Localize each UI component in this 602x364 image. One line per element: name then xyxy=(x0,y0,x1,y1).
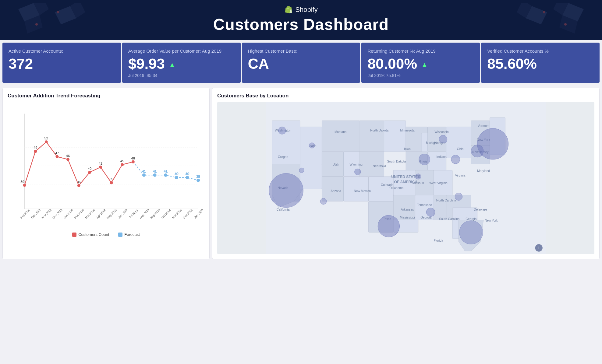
svg-text:Dec 2019: Dec 2019 xyxy=(182,208,193,219)
kpi-avg-label: Average Order Value per Customer: Aug 20… xyxy=(128,48,235,54)
brand-name: Shopify xyxy=(295,6,317,14)
kpi-active-value: 372 xyxy=(9,56,115,72)
svg-point-165 xyxy=(320,198,326,205)
svg-text:California: California xyxy=(276,208,289,211)
svg-text:South Dakota: South Dakota xyxy=(387,160,406,163)
chart-svg: 39 49 52 47 46 36 40 42 39 45 46 41 41 4… xyxy=(8,102,204,230)
chart-panel: Customer Addition Trend Forecasting 39 xyxy=(2,88,210,259)
svg-text:Mississippi: Mississippi xyxy=(400,216,415,219)
page-header: Shopify Customers Dashboard xyxy=(0,0,602,40)
svg-point-150 xyxy=(269,173,303,208)
svg-point-50 xyxy=(186,176,189,179)
svg-text:Jul 2019: Jul 2019 xyxy=(128,209,138,219)
chart-title: Customer Addition Trend Forecasting xyxy=(8,93,204,99)
kpi-returning-value: 80.00% ▲ xyxy=(367,56,474,72)
svg-text:Indiana: Indiana xyxy=(437,155,447,159)
svg-text:Arkansas: Arkansas xyxy=(401,208,414,211)
brand-row: Shopify xyxy=(12,5,590,14)
svg-text:42: 42 xyxy=(99,162,102,165)
svg-point-163 xyxy=(299,168,304,173)
kpi-avg-arrow-icon: ▲ xyxy=(169,61,175,68)
svg-text:46: 46 xyxy=(131,156,135,160)
svg-point-48 xyxy=(175,176,178,179)
svg-text:49: 49 xyxy=(34,146,37,150)
kpi-verified: Verified Customer Accounts % 85.60% xyxy=(481,43,600,83)
legend-forecast: Forecast xyxy=(118,232,140,237)
svg-point-164 xyxy=(309,143,315,148)
svg-point-22 xyxy=(34,150,37,153)
svg-text:West Virginia: West Virginia xyxy=(429,182,448,185)
svg-point-46 xyxy=(164,174,167,177)
panels-row: Customer Addition Trend Forecasting 39 xyxy=(0,85,602,262)
deco-left xyxy=(9,3,88,40)
svg-text:Oct 2019: Oct 2019 xyxy=(161,208,171,219)
svg-text:i: i xyxy=(538,246,540,250)
svg-text:New Mexico: New Mexico xyxy=(354,189,371,193)
svg-point-154 xyxy=(419,154,430,165)
legend-forecast-icon xyxy=(118,233,122,237)
svg-text:Sep 2018: Sep 2018 xyxy=(19,208,30,219)
kpi-highest-base: Highest Customer Base: CA xyxy=(242,43,360,83)
svg-text:Feb 2019: Feb 2019 xyxy=(74,208,85,219)
svg-point-159 xyxy=(439,135,447,143)
svg-text:Oklahoma: Oklahoma xyxy=(389,186,404,190)
svg-text:Nov 2019: Nov 2019 xyxy=(171,208,182,219)
svg-point-155 xyxy=(278,127,286,134)
svg-text:47: 47 xyxy=(55,151,59,155)
svg-text:Nebraska: Nebraska xyxy=(373,165,386,168)
svg-point-38 xyxy=(121,163,124,166)
legend-actual-label: Customers Count xyxy=(78,232,109,237)
svg-rect-77 xyxy=(300,164,322,189)
svg-rect-91 xyxy=(427,152,446,170)
svg-point-156 xyxy=(355,169,361,175)
svg-point-30 xyxy=(77,184,80,187)
svg-text:52: 52 xyxy=(44,136,48,140)
svg-point-13 xyxy=(543,11,545,13)
svg-text:South Carolina: South Carolina xyxy=(439,217,460,221)
svg-rect-76 xyxy=(322,121,359,152)
svg-point-153 xyxy=(459,221,483,244)
svg-point-36 xyxy=(110,181,113,184)
svg-point-6 xyxy=(57,11,59,13)
svg-point-161 xyxy=(471,145,483,157)
svg-point-162 xyxy=(416,174,421,179)
svg-point-44 xyxy=(153,174,156,177)
svg-rect-82 xyxy=(359,121,384,152)
svg-text:Maryland: Maryland xyxy=(477,169,490,173)
svg-point-34 xyxy=(99,166,102,169)
legend-actual: Customers Count xyxy=(72,232,109,237)
kpi-verified-label: Verified Customer Accounts % xyxy=(487,48,593,54)
svg-point-42 xyxy=(142,174,145,177)
svg-point-12 xyxy=(564,23,567,26)
svg-text:OF AMERICA: OF AMERICA xyxy=(394,180,417,184)
svg-point-32 xyxy=(88,171,91,174)
svg-text:39: 39 xyxy=(20,180,24,184)
svg-text:Virginia: Virginia xyxy=(455,174,466,177)
kpi-active-label: Active Customer Accounts: xyxy=(9,48,115,54)
line-chart: 39 49 52 47 46 36 40 42 39 45 46 41 41 4… xyxy=(8,102,204,230)
svg-text:Oct 2018: Oct 2018 xyxy=(30,208,41,219)
deco-right xyxy=(514,3,593,40)
svg-point-40 xyxy=(132,160,135,163)
legend-forecast-label: Forecast xyxy=(124,232,140,237)
svg-text:Iowa: Iowa xyxy=(404,147,411,151)
svg-text:New York: New York xyxy=(485,219,498,222)
map-svg: Washington Montana North Dakota Minnesot… xyxy=(217,102,594,254)
kpi-verified-value: 85.60% xyxy=(487,56,593,72)
svg-text:Vermont: Vermont xyxy=(478,124,489,128)
map-title: Customers Base by Location xyxy=(217,93,594,99)
svg-point-151 xyxy=(378,215,399,237)
svg-text:Delaware: Delaware xyxy=(474,208,487,211)
svg-text:Montana: Montana xyxy=(335,130,347,134)
svg-text:Colorado: Colorado xyxy=(381,183,394,187)
kpi-row: Active Customer Accounts: 372 Average Or… xyxy=(0,40,602,85)
svg-rect-81 xyxy=(344,177,369,201)
kpi-highest-label: Highest Customer Base: xyxy=(248,48,354,54)
svg-point-28 xyxy=(66,158,69,161)
map-panel: Customers Base by Location xyxy=(212,88,600,259)
svg-rect-99 xyxy=(446,127,471,158)
svg-text:Dec 2018: Dec 2018 xyxy=(52,208,63,219)
svg-text:Utah: Utah xyxy=(333,163,339,166)
svg-text:40: 40 xyxy=(175,172,178,176)
svg-text:Minnesota: Minnesota xyxy=(400,129,415,132)
